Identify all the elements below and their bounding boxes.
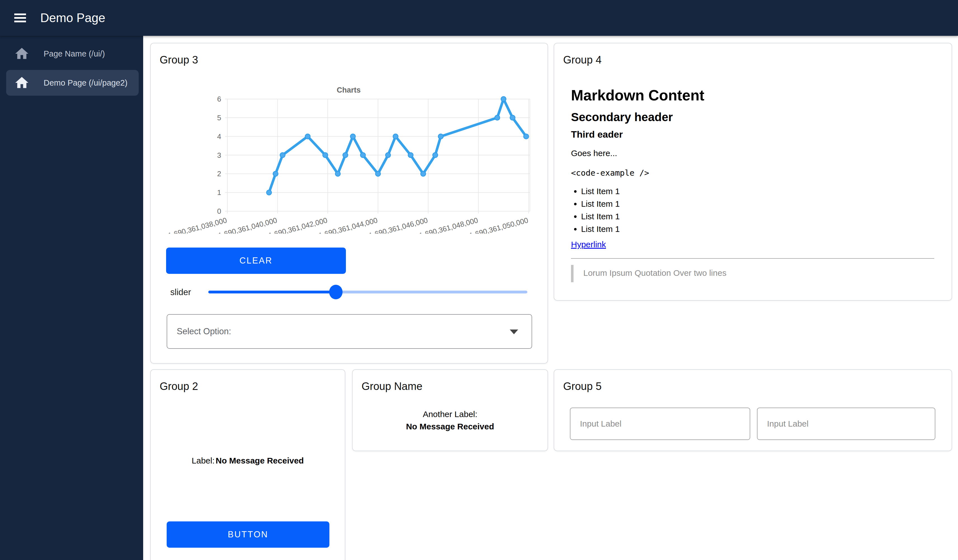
blockquote-text: Lorum Ipsum Quotation Over two lines (583, 268, 726, 278)
markdown-h3: Third eader (571, 129, 623, 140)
sidebar-item-label: Page Name (/ui/) (44, 49, 105, 59)
sidebar-item-demo-page[interactable]: Demo Page (/ui/page2) (6, 70, 139, 96)
svg-text:1,690,361,042,000: 1,690,361,042,000 (267, 216, 328, 233)
slider-fill (208, 290, 336, 293)
select-label: Select Option: (177, 327, 231, 336)
group2-card: Group 2 Label:No Message Received BUTTON (150, 369, 345, 560)
svg-text:1,690,361,044,000: 1,690,361,044,000 (318, 216, 378, 233)
message-label: Label: (192, 456, 215, 465)
group2-message: Label:No Message Received (151, 456, 345, 465)
input-field-1[interactable] (570, 408, 750, 440)
markdown-list-item: List Item 1 (581, 199, 620, 209)
page-title: Demo Page (40, 0, 105, 36)
group5-card: Group 5 (554, 369, 952, 451)
svg-text:0: 0 (217, 207, 221, 216)
group2-title: Group 2 (160, 381, 198, 392)
markdown-h1: Markdown Content (571, 87, 704, 104)
svg-text:1,690,361,050,000: 1,690,361,050,000 (468, 216, 529, 233)
markdown-list-item: List Item 1 (581, 187, 620, 196)
svg-text:1,690,361,038,000: 1,690,361,038,000 (167, 216, 228, 233)
slider-label: slider (170, 287, 191, 297)
svg-text:1,690,361,040,000: 1,690,361,040,000 (217, 216, 278, 233)
dropdown-caret-icon (510, 330, 518, 334)
group4-card: Group 4 Markdown Content Secondary heade… (554, 43, 952, 301)
home-icon (14, 75, 30, 90)
select-option-dropdown[interactable]: Select Option: (167, 314, 532, 349)
horizontal-rule (571, 258, 934, 259)
markdown-paragraph: Goes here... (571, 149, 617, 158)
hyperlink[interactable]: Hyperlink (571, 240, 606, 249)
sidebar-item-page-name[interactable]: Page Name (/ui/) (6, 41, 139, 67)
svg-text:1,690,361,046,000: 1,690,361,046,000 (368, 216, 429, 233)
svg-text:Charts: Charts (337, 86, 361, 94)
slider-track[interactable] (208, 290, 527, 293)
svg-text:3: 3 (217, 151, 221, 159)
svg-text:4: 4 (217, 132, 221, 141)
sidebar-item-label: Demo Page (/ui/page2) (44, 78, 127, 87)
markdown-content: Markdown Content Secondary header Third … (571, 43, 934, 295)
svg-text:5: 5 (217, 114, 221, 122)
slider-thumb[interactable] (329, 285, 343, 299)
another-label: Another Label: (353, 409, 547, 419)
markdown-list: List Item 1List Item 1List Item 1List It… (571, 187, 620, 237)
group2-button[interactable]: BUTTON (167, 521, 329, 548)
group5-title: Group 5 (563, 381, 601, 392)
group-name-card: Group Name Another Label: No Message Rec… (352, 369, 548, 451)
blockquote-bar (571, 265, 574, 282)
message-value: No Message Received (216, 456, 304, 465)
input-field-2[interactable] (757, 408, 935, 440)
top-navbar: Demo Page (0, 0, 958, 36)
markdown-h2: Secondary header (571, 111, 673, 124)
hamburger-menu-icon[interactable] (12, 10, 28, 26)
another-label-value: No Message Received (353, 422, 547, 432)
markdown-code: <code-example /> (571, 168, 649, 178)
home-icon (14, 46, 30, 62)
markdown-list-item: List Item 1 (581, 224, 620, 234)
clear-button[interactable]: CLEAR (166, 247, 346, 274)
svg-text:2: 2 (217, 170, 221, 178)
line-chart[interactable]: Charts01234561,690,361,038,0001,690,361,… (165, 82, 532, 233)
svg-text:1,690,361,048,000: 1,690,361,048,000 (418, 216, 479, 233)
group-name-title: Group Name (362, 381, 422, 392)
svg-text:1: 1 (217, 188, 221, 197)
group3-title: Group 3 (160, 54, 198, 66)
sidebar: Page Name (/ui/) Demo Page (/ui/page2) (0, 36, 143, 560)
markdown-list-item: List Item 1 (581, 212, 620, 221)
group3-card: Group 3 Charts01234561,690,361,038,0001,… (150, 43, 548, 363)
app-root: Demo Page Page Name (/ui/) Demo Page (/u… (0, 0, 958, 560)
svg-text:6: 6 (217, 95, 221, 103)
